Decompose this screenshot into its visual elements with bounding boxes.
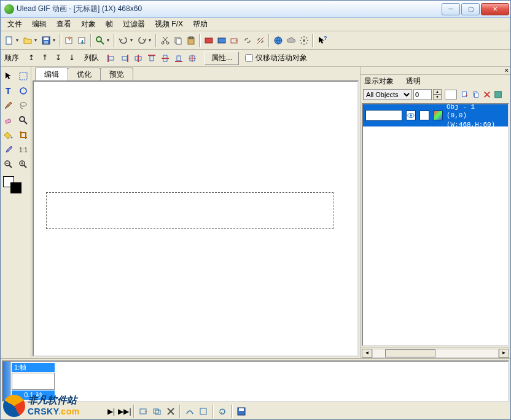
lock-icon[interactable] [419,111,429,120]
transparency-spinner[interactable]: ▲▼ [433,89,442,100]
fill-tool-icon[interactable] [2,128,15,142]
panel-close-icon[interactable]: ✕ [504,68,509,74]
frame-option1-icon[interactable] [203,34,215,47]
object-filter-select[interactable]: All Objects [363,89,412,100]
eraser-tool-icon[interactable] [2,114,15,127]
redo-dropdown-icon[interactable]: ▾ [149,37,154,44]
zoom-icon[interactable] [94,34,106,47]
brush-tool-icon[interactable] [2,99,15,112]
delete-object-icon[interactable] [482,88,492,101]
loop-icon[interactable] [216,405,228,418]
frame-settings-icon[interactable] [197,405,209,418]
menu-filter[interactable]: 过滤器 [119,18,149,29]
move-up-icon[interactable]: ↥ [25,52,37,64]
move-down-icon[interactable]: ↧ [52,52,64,64]
objects-hscroll[interactable]: ◄ ► [361,348,510,358]
help-pointer-icon[interactable]: ? [316,34,328,47]
align-hcenter-icon[interactable] [132,52,144,64]
unlink-icon[interactable] [254,34,267,47]
scroll-thumb[interactable] [385,349,435,357]
magnifier-tool-icon[interactable] [17,114,30,127]
lasso-tool-icon[interactable] [17,99,30,112]
timeline-marker[interactable] [3,362,10,401]
align-center-icon[interactable] [186,52,198,64]
add-object-icon[interactable]: + [460,88,470,101]
tab-edit[interactable]: 编辑 [35,68,68,80]
background-color[interactable] [10,182,21,193]
zoomin-tool-icon[interactable] [17,158,30,171]
crop-tool-icon[interactable] [17,128,30,142]
object-props-icon[interactable] [493,88,503,101]
save-icon[interactable] [40,34,52,47]
pointer-tool-icon[interactable] [2,69,15,83]
cloud-icon[interactable] [285,34,297,47]
menu-frame[interactable]: 帧 [101,18,117,29]
tab-preview[interactable]: 预览 [100,68,133,80]
align-top-icon[interactable] [146,52,158,64]
duplicate-object-icon[interactable] [471,88,481,101]
menu-help[interactable]: 帮助 [189,18,212,29]
undo-icon[interactable] [117,34,130,47]
tween-icon[interactable] [184,405,196,418]
zoom-dropdown-icon[interactable]: ▾ [107,37,112,44]
selection-tool-icon[interactable] [17,69,30,83]
timeline-frame[interactable]: 1:帧 0.1 秒 [12,363,55,400]
redo-icon[interactable] [136,34,148,47]
menu-view[interactable]: 查看 [52,18,76,29]
visibility-icon[interactable] [406,111,416,120]
properties-button[interactable]: 属性... [205,52,239,65]
artboard[interactable] [46,192,334,229]
new-dropdown-icon[interactable]: ▾ [16,37,21,44]
color-swatch[interactable] [2,176,30,195]
canvas-area[interactable] [33,80,359,357]
tab-optimize[interactable]: 优化 [68,68,101,80]
add-frame-icon[interactable]: + [138,405,150,418]
import-icon[interactable] [63,34,76,47]
slider-icon[interactable] [445,90,457,99]
frame-insert-icon[interactable]: + [228,34,241,47]
del-frame-icon[interactable] [165,405,177,418]
menu-edit[interactable]: 编辑 [28,18,51,29]
next-frame-icon[interactable]: ▶| [105,405,117,418]
close-button[interactable]: ✕ [481,3,509,15]
web-icon[interactable] [272,34,284,47]
paste-icon[interactable] [185,34,197,47]
shape-tool-icon[interactable] [17,84,30,98]
scroll-track[interactable] [372,349,499,358]
save-dropdown-icon[interactable]: ▾ [53,37,58,44]
cut-icon[interactable] [159,34,171,47]
copy-icon[interactable] [172,34,184,47]
transparency-value-input[interactable] [413,89,432,100]
actual-size-icon[interactable]: 1:1 [17,143,30,157]
eyedropper-tool-icon[interactable] [2,143,15,157]
object-row[interactable]: Obj - 1 (0,0)(W:468,H:60) [363,104,508,126]
align-vcenter-icon[interactable] [159,52,171,64]
link-icon[interactable] [241,34,254,47]
align-bottom-icon[interactable] [173,52,185,64]
align-left-icon[interactable] [105,52,117,64]
settings-icon[interactable] [298,34,310,47]
timeline[interactable]: 1:帧 0.1 秒 [2,360,509,402]
menu-file[interactable]: 文件 [3,18,26,29]
scroll-left-icon[interactable]: ◄ [362,349,372,358]
hand-tool-icon[interactable] [2,158,15,171]
color-mode-icon[interactable] [433,111,443,120]
export-icon[interactable] [76,34,88,47]
scroll-right-icon[interactable]: ► [499,349,509,358]
move-top-icon[interactable]: ⤒ [39,52,51,64]
move-bottom-icon[interactable]: ⤓ [66,52,78,64]
open-file-icon[interactable] [21,34,34,47]
new-file-icon[interactable] [3,34,15,47]
align-right-icon[interactable] [119,52,131,64]
frame-option2-icon[interactable] [216,34,228,47]
text-tool-icon[interactable]: T [2,84,15,98]
move-active-only-checkbox[interactable] [245,54,253,62]
dup-frame-icon[interactable] [151,405,163,418]
menu-videofx[interactable]: 视频 F/X [150,18,187,29]
minimize-button[interactable]: ─ [442,3,460,15]
maximize-button[interactable]: ▢ [461,3,480,15]
export-frames-icon[interactable] [235,405,248,418]
open-dropdown-icon[interactable]: ▾ [34,37,39,44]
menu-object[interactable]: 对象 [77,18,100,29]
last-frame-icon[interactable]: ▶▶| [119,405,131,418]
